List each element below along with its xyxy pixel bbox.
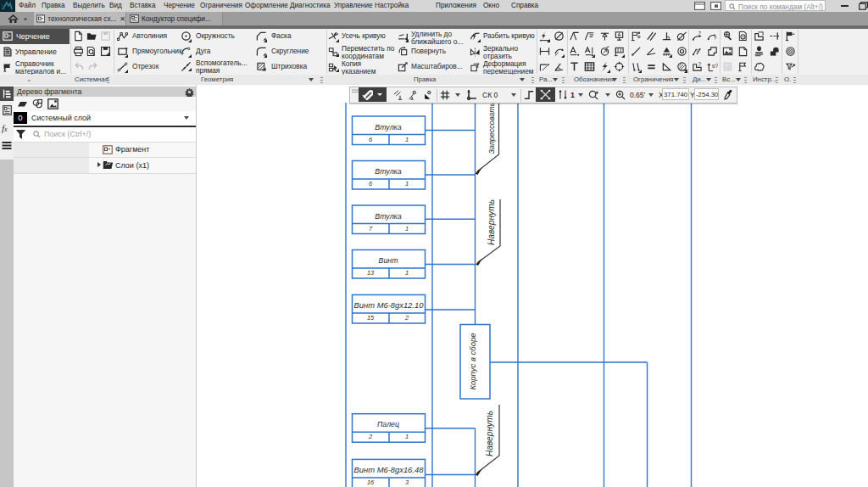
svg-text:Втулка: Втулка (375, 167, 401, 176)
svg-text:1: 1 (405, 180, 409, 188)
svg-text:1: 1 (405, 433, 409, 440)
svg-text:Втулка: Втулка (375, 212, 401, 221)
svg-text:Запрессовать: Запрессовать (487, 102, 496, 154)
svg-text:Винт: Винт (379, 256, 398, 265)
svg-text:16: 16 (367, 479, 375, 486)
svg-text:Навернуть: Навернуть (487, 199, 496, 245)
svg-text:1: 1 (405, 269, 409, 277)
svg-text:13: 13 (367, 269, 375, 277)
svg-text:Корпус в сборе: Корпус в сборе (468, 333, 477, 389)
svg-text:Палец: Палец (377, 420, 399, 428)
svg-text:1: 1 (405, 136, 409, 143)
svg-text:2: 2 (368, 433, 372, 440)
svg-text:Винт М6-8gх12.10: Винт М6-8gх12.10 (354, 300, 425, 310)
svg-text:Втулка: Втулка (375, 123, 401, 132)
svg-text:1: 1 (405, 225, 409, 232)
svg-text:2: 2 (404, 314, 409, 322)
svg-text:Навернуть: Навернуть (485, 411, 494, 456)
svg-text:Винт М6-8gх16.48: Винт М6-8gх16.48 (354, 465, 425, 474)
svg-text:15: 15 (367, 314, 375, 322)
